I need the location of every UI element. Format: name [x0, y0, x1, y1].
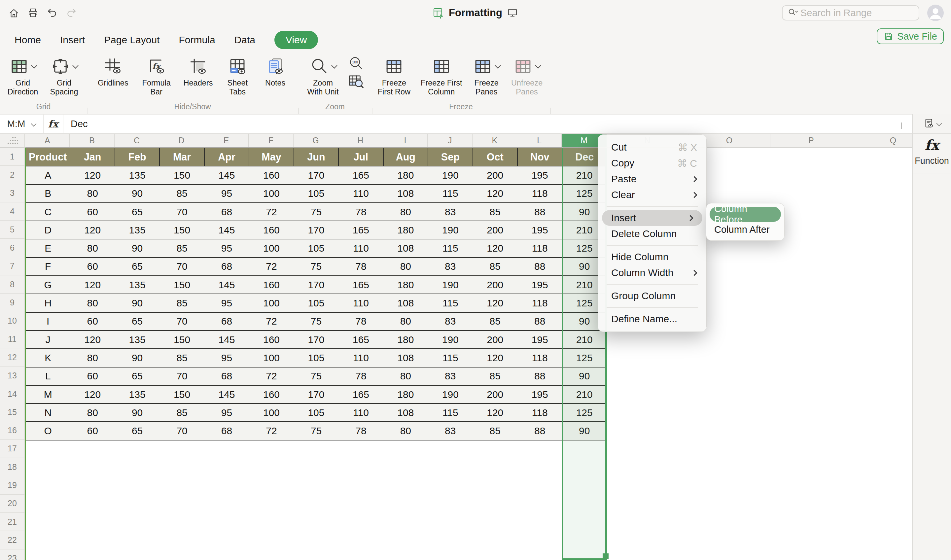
ribbon-button-headers[interactable]: Headers [180, 55, 216, 88]
cell-F11[interactable]: 160 [249, 331, 294, 349]
cell-G5[interactable]: 170 [294, 221, 339, 239]
row-header-2[interactable]: 2 [0, 166, 25, 184]
cell-J7[interactable]: 83 [428, 257, 472, 276]
cell-K11[interactable]: 200 [473, 331, 517, 349]
cell-F4[interactable]: 72 [249, 203, 294, 221]
cell-A7[interactable]: F [25, 257, 70, 276]
cell-J13[interactable]: 83 [428, 367, 472, 385]
cell-reference-box[interactable]: M:M [0, 115, 44, 133]
cell-F14[interactable]: 160 [249, 385, 294, 403]
cell-L3[interactable]: 118 [517, 185, 562, 203]
cell-G10[interactable]: 75 [294, 312, 339, 331]
row-header-20[interactable]: 20 [0, 495, 25, 513]
row-header-10[interactable]: 10 [0, 312, 25, 330]
column-header-E[interactable]: E [204, 134, 249, 147]
row-header-18[interactable]: 18 [0, 458, 25, 476]
cell-B5[interactable]: 120 [70, 221, 115, 239]
cell-G3[interactable]: 105 [294, 185, 339, 203]
cell-J4[interactable]: 83 [428, 203, 472, 221]
cell-C4[interactable]: 65 [115, 203, 160, 221]
cell-M12[interactable]: 125 [562, 349, 606, 367]
row-header-23[interactable]: 23 [0, 549, 25, 560]
cell-C12[interactable]: 90 [115, 349, 160, 367]
cell-K15[interactable]: 120 [473, 403, 517, 422]
cell-I5[interactable]: 180 [383, 221, 428, 239]
cell-K4[interactable]: 85 [473, 203, 517, 221]
cell-J6[interactable]: 115 [428, 239, 472, 257]
ribbon-button-zoom-100-icon[interactable]: 100 [348, 55, 364, 90]
zoom-100-icon[interactable]: 100 [348, 56, 363, 71]
menu-item-copy[interactable]: Copy⌘ C [598, 155, 706, 171]
chevron-down-icon[interactable] [72, 62, 78, 68]
cell-I10[interactable]: 80 [383, 312, 428, 331]
cell-J11[interactable]: 190 [428, 331, 472, 349]
cell-F3[interactable]: 100 [249, 185, 294, 203]
cell-A8[interactable]: G [25, 276, 70, 294]
row-header-4[interactable]: 4 [0, 202, 25, 220]
cell-A6[interactable]: E [25, 239, 70, 257]
cell-H14[interactable]: 165 [339, 385, 383, 403]
cell-F7[interactable]: 72 [249, 257, 294, 276]
cell-E8[interactable]: 145 [205, 276, 249, 294]
cell-C2[interactable]: 135 [115, 166, 160, 184]
cell-E2[interactable]: 145 [205, 166, 249, 184]
cell-H6[interactable]: 110 [339, 239, 383, 257]
cell-E4[interactable]: 68 [205, 203, 249, 221]
row-header-14[interactable]: 14 [0, 385, 25, 403]
cell-B10[interactable]: 60 [70, 312, 115, 331]
cell-M14[interactable]: 210 [562, 385, 606, 403]
cell-I9[interactable]: 108 [383, 294, 428, 312]
table-header-cell-feb[interactable]: Feb [115, 148, 160, 166]
cell-L13[interactable]: 88 [517, 367, 562, 385]
column-header-F[interactable]: F [249, 134, 293, 147]
cell-C9[interactable]: 90 [115, 294, 160, 312]
cell-L6[interactable]: 118 [517, 239, 562, 257]
cell-L12[interactable]: 118 [517, 349, 562, 367]
cell-C8[interactable]: 135 [115, 276, 160, 294]
table-header-cell-aug[interactable]: Aug [383, 148, 428, 166]
cell-H16[interactable]: 78 [339, 422, 383, 440]
row-header-19[interactable]: 19 [0, 476, 25, 494]
chevron-down-icon[interactable] [535, 62, 541, 68]
cell-E10[interactable]: 68 [205, 312, 249, 331]
cell-I13[interactable]: 80 [383, 367, 428, 385]
cell-G9[interactable]: 105 [294, 294, 339, 312]
cell-K16[interactable]: 85 [473, 422, 517, 440]
cell-D13[interactable]: 70 [160, 367, 204, 385]
cell-H8[interactable]: 165 [339, 276, 383, 294]
function-panel-label[interactable]: Function [913, 156, 951, 166]
cell-B11[interactable]: 120 [70, 331, 115, 349]
cell-K3[interactable]: 120 [473, 185, 517, 203]
row-header-1[interactable]: 1 [0, 148, 25, 166]
cell-J3[interactable]: 115 [428, 185, 472, 203]
menu-item-hide-column[interactable]: Hide Column [598, 249, 706, 265]
cell-G16[interactable]: 75 [294, 422, 339, 440]
cell-D3[interactable]: 85 [160, 185, 204, 203]
cell-A4[interactable]: C [25, 203, 70, 221]
cell-B13[interactable]: 60 [70, 367, 115, 385]
row-header-21[interactable]: 21 [0, 513, 25, 531]
cell-E5[interactable]: 145 [205, 221, 249, 239]
cell-L5[interactable]: 195 [517, 221, 562, 239]
cell-K13[interactable]: 85 [473, 367, 517, 385]
cell-F6[interactable]: 100 [249, 239, 294, 257]
table-header-cell-product[interactable]: Product [25, 148, 70, 166]
cell-E12[interactable]: 95 [205, 349, 249, 367]
column-header-J[interactable]: J [428, 134, 472, 147]
cell-E11[interactable]: 145 [205, 331, 249, 349]
cell-A15[interactable]: N [25, 403, 70, 422]
cell-K7[interactable]: 85 [473, 257, 517, 276]
tab-insert[interactable]: Insert [60, 34, 85, 46]
ribbon-button-zoom-with-unit[interactable]: Zoom With Unit [306, 55, 340, 97]
cell-K9[interactable]: 120 [473, 294, 517, 312]
cell-I6[interactable]: 108 [383, 239, 428, 257]
formula-input[interactable]: Dec [63, 118, 88, 129]
cell-B3[interactable]: 80 [70, 185, 115, 203]
cell-D9[interactable]: 85 [160, 294, 204, 312]
cell-D11[interactable]: 150 [160, 331, 204, 349]
cell-C7[interactable]: 65 [115, 257, 160, 276]
row-header-16[interactable]: 16 [0, 421, 25, 440]
cell-B16[interactable]: 60 [70, 422, 115, 440]
cell-K12[interactable]: 120 [473, 349, 517, 367]
cell-G4[interactable]: 75 [294, 203, 339, 221]
